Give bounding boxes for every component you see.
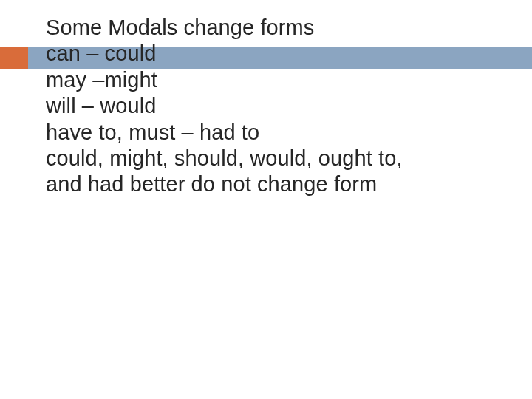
text-line: will – would [46, 93, 502, 119]
text-line: have to, must – had to [46, 120, 502, 146]
text-line: and had better do not change form [46, 171, 502, 197]
text-line: Some Modals change forms [46, 15, 502, 41]
text-line: may –might [46, 67, 502, 93]
text-line: could, might, should, would, ought to, [46, 146, 502, 171]
slide-text: Some Modals change forms can – could may… [46, 15, 502, 198]
slide: Some Modals change forms can – could may… [0, 0, 532, 399]
accent-tab [0, 47, 28, 69]
text-line: can – could [46, 41, 502, 66]
